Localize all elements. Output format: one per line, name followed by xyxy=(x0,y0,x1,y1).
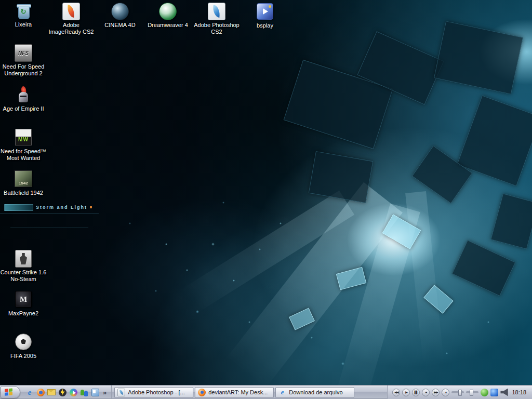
age-of-empires2-icon xyxy=(15,86,32,104)
task-button-photoshop[interactable]: Adobe Photoshop - [... xyxy=(114,387,193,398)
desktop-icon-label: MaxPayne2 xyxy=(0,310,47,317)
desktop-icon-dreamweaver[interactable]: Dreamweaver 4 xyxy=(144,2,191,29)
taskbar-clock[interactable]: 18:18 xyxy=(510,389,528,395)
task-button-label: Adobe Photoshop - [... xyxy=(128,389,184,395)
task-button-label: deviantART: My Desk... xyxy=(208,389,268,395)
ie-task-icon: e xyxy=(278,389,286,396)
desktop-icon-label: Battlefield 1942 xyxy=(0,190,47,196)
bsplay-icon xyxy=(256,3,274,21)
media-player-quicklaunch-icon[interactable] xyxy=(69,388,78,397)
desktop-icon-label: Need For Speed Underground 2 xyxy=(0,63,47,77)
wallpaper-line xyxy=(10,228,88,228)
volume-slider[interactable] xyxy=(451,391,464,393)
desktop-icon-label: FIFA 2005 xyxy=(0,353,47,360)
fifa2005-icon xyxy=(15,334,32,351)
photoshop-task-icon xyxy=(117,389,125,396)
system-tray: ◀◀ ▶ ▌▌ ■ ▶▶ ▲ 18:18 xyxy=(387,385,532,399)
cinema4d-icon xyxy=(111,3,129,20)
desktop-icon-label: bsplay xyxy=(242,22,288,29)
task-button-download[interactable]: e Download de arquivo xyxy=(275,387,354,398)
quick-launch-bar: e » xyxy=(22,385,112,399)
media-play-button[interactable]: ▶ xyxy=(402,389,410,396)
quicklaunch-chevron-icon[interactable]: » xyxy=(101,389,108,396)
desktop-icon-label: Need for Speed™ Most Wanted xyxy=(0,148,47,162)
antivirus-tray-icon[interactable] xyxy=(481,389,488,396)
desktop-icon-nfs-most-wanted[interactable]: MW Need for Speed™ Most Wanted xyxy=(0,128,47,162)
firefox-quicklaunch-icon[interactable] xyxy=(36,388,45,397)
media-pause-button[interactable]: ▌▌ xyxy=(412,389,420,396)
counter-strike-icon xyxy=(15,250,32,268)
balance-slider[interactable] xyxy=(466,391,478,393)
start-button[interactable] xyxy=(1,386,20,398)
desktop-icon-label: Adobe ImageReady CS2 xyxy=(48,22,95,35)
recycle-bin-icon: ↻ xyxy=(15,2,32,20)
desktop-icon-photoshop[interactable]: Adobe Photoshop CS2 xyxy=(193,2,240,35)
messenger-quicklaunch-icon[interactable] xyxy=(79,388,89,397)
nfs-most-wanted-icon: MW xyxy=(15,129,32,147)
wallpaper-particles xyxy=(0,0,532,399)
task-button-firefox-deviantart[interactable]: deviantART: My Desk... xyxy=(195,387,274,398)
wallpaper-title-accent xyxy=(90,206,92,208)
desktop-icon-label: Counter Strike 1.6 No-Steam xyxy=(0,269,47,283)
messenger-tray-icon[interactable] xyxy=(490,389,498,396)
desktop-icon-counter-strike[interactable]: Counter Strike 1.6 No-Steam xyxy=(0,249,47,283)
battlefield1942-icon: 1942 xyxy=(15,170,32,188)
desktop-icon-age-of-empires2[interactable]: Age of Empire II xyxy=(0,86,47,112)
desktop-icon-lixeira[interactable]: ↻ Lixeira xyxy=(0,2,47,28)
wallpaper-title: Storm and Light xyxy=(4,204,92,210)
wallpaper-title-bar xyxy=(4,204,33,211)
desktop-icon-bsplay[interactable]: bsplay xyxy=(242,2,288,29)
show-desktop-quicklaunch-icon[interactable] xyxy=(90,388,100,397)
desktop-icon-cinema4d[interactable]: CINEMA 4D xyxy=(97,2,143,29)
dreamweaver-icon xyxy=(159,3,177,20)
desktop-icon-label: Adobe Photoshop CS2 xyxy=(193,22,240,35)
desktop-icon-label: Lixeira xyxy=(0,21,47,28)
maxpayne2-icon: M xyxy=(15,291,32,309)
nfs-underground2-icon: NFS xyxy=(15,44,32,62)
wallpaper-title-text: Storm and Light xyxy=(36,205,87,210)
volume-tray-icon[interactable] xyxy=(500,389,508,396)
email-quicklaunch-icon[interactable] xyxy=(47,388,56,397)
desktop-icon-nfs-underground2[interactable]: NFS Need For Speed Underground 2 xyxy=(0,44,47,77)
wallpaper: Storm and Light xyxy=(0,0,532,399)
media-stop-button[interactable]: ■ xyxy=(422,389,430,396)
firefox-task-icon xyxy=(198,389,206,396)
desktop-icon-imageready[interactable]: Adobe ImageReady CS2 xyxy=(48,2,95,35)
desktop-icon-label: Dreamweaver 4 xyxy=(144,22,191,29)
windows-logo-icon xyxy=(5,388,14,396)
desktop-icon-label: CINEMA 4D xyxy=(97,22,143,29)
desktop-icon-fifa2005[interactable]: FIFA 2005 xyxy=(0,332,47,360)
desktop-icon-label: Age of Empire II xyxy=(0,105,47,112)
task-button-label: Download de arquivo xyxy=(289,389,342,395)
photoshop-icon xyxy=(208,3,225,20)
wallpaper-line xyxy=(0,213,99,214)
media-eject-button[interactable]: ▲ xyxy=(442,389,449,396)
winamp-quicklaunch-icon[interactable] xyxy=(58,388,67,397)
imageready-icon xyxy=(62,3,80,20)
desktop-icon-maxpayne2[interactable]: M MaxPayne2 xyxy=(0,290,47,317)
task-buttons: Adobe Photoshop - [... deviantART: My De… xyxy=(112,387,357,398)
taskbar: e » Adobe Photoshop - [... deviantART: M… xyxy=(0,385,532,399)
desktop-screen: Storm and Light ↻ Lixeira Adobe ImageRea… xyxy=(0,0,532,399)
media-next-button[interactable]: ▶▶ xyxy=(432,389,440,396)
ie-quicklaunch-icon[interactable]: e xyxy=(25,388,34,397)
desktop-icon-battlefield1942[interactable]: 1942 Battlefield 1942 xyxy=(0,169,47,196)
media-previous-button[interactable]: ◀◀ xyxy=(392,389,400,396)
